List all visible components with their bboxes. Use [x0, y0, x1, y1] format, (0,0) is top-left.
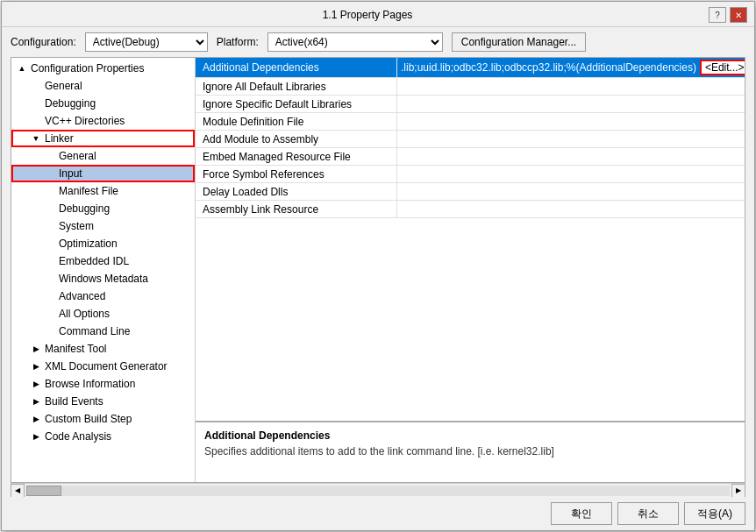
prop-value-force-symbol — [397, 166, 745, 182]
expand-icon-xml-doc: ▶ — [29, 359, 43, 373]
tree-label-command-line: Command Line — [59, 325, 130, 337]
expand-icon-linker-general — [43, 149, 57, 163]
tree-item-debugging[interactable]: Debugging — [11, 95, 195, 112]
title-bar: 1.1 Property Pages ? ✕ — [2, 2, 754, 27]
prop-value-module-def — [397, 113, 745, 130]
tree-item-embedded-idl[interactable]: Embedded IDL — [11, 252, 195, 270]
tree-label-system: System — [59, 220, 94, 232]
prop-value-additional-deps: .lib;uuid.lib;odbc32.lib;odbccp32.lib;%(… — [397, 58, 745, 77]
tree-label-debugging2: Debugging — [59, 202, 110, 215]
tree-item-xml-doc[interactable]: ▶XML Document Generator — [11, 358, 195, 375]
prop-value-ignore-all-default — [397, 78, 745, 95]
expand-icon-build-events: ▶ — [29, 394, 43, 408]
tree-item-config-props[interactable]: ▲Configuration Properties — [11, 60, 195, 77]
expand-icon-config-props: ▲ — [15, 61, 29, 75]
prop-value-assembly-link — [397, 201, 745, 217]
expand-icon-optimization — [43, 237, 57, 251]
prop-value-text-additional-deps: .lib;uuid.lib;odbc32.lib;odbccp32.lib;%(… — [401, 61, 696, 74]
help-button[interactable]: ? — [709, 7, 726, 23]
expand-icon-command-line — [43, 324, 57, 338]
expand-icon-manifest-file — [43, 184, 57, 198]
prop-row-force-symbol[interactable]: Force Symbol References — [196, 166, 745, 183]
tree-item-general[interactable]: General — [11, 77, 195, 95]
cancel-button[interactable]: 취소 — [617, 502, 679, 525]
expand-icon-browse-info: ▶ — [29, 377, 43, 391]
expand-icon-system — [43, 219, 57, 233]
prop-name-add-module: Add Module to Assembly — [196, 131, 397, 147]
tree-label-code-analysis: Code Analysis — [45, 430, 111, 443]
prop-row-additional-deps[interactable]: Additional Dependencies.lib;uuid.lib;odb… — [196, 58, 745, 78]
prop-row-embed-managed[interactable]: Embed Managed Resource File — [196, 148, 745, 166]
tree-item-manifest-tool[interactable]: ▶Manifest Tool — [11, 340, 195, 358]
tree-item-system[interactable]: System — [11, 217, 195, 235]
prop-row-ignore-all-default[interactable]: Ignore All Default Libraries — [196, 78, 745, 96]
tree-label-windows-meta: Windows Metadata — [59, 273, 148, 285]
main-content: ▲Configuration PropertiesGeneralDebuggin… — [11, 57, 745, 483]
config-manager-button[interactable]: Configuration Manager... — [452, 32, 586, 52]
platform-select[interactable]: Active(x64) — [267, 32, 443, 52]
expand-icon-all-options — [43, 307, 57, 321]
tree-item-advanced[interactable]: Advanced — [11, 287, 195, 305]
expand-icon-manifest-tool: ▶ — [29, 342, 43, 356]
tree-label-all-options: All Options — [59, 308, 110, 320]
prop-value-add-module — [397, 131, 745, 147]
tree-label-linker: Linker — [45, 132, 74, 145]
prop-name-embed-managed: Embed Managed Resource File — [196, 148, 397, 165]
expand-icon-debugging2 — [43, 202, 57, 216]
tree-label-vcpp-dirs: VC++ Directories — [45, 115, 125, 127]
tree-item-code-analysis[interactable]: ▶Code Analysis — [11, 428, 195, 445]
description-panel: Additional Dependencies Specifies additi… — [196, 421, 745, 482]
platform-label: Platform: — [217, 36, 259, 48]
scroll-right-btn[interactable]: ▶ — [731, 484, 745, 498]
scroll-thumb[interactable] — [26, 486, 61, 496]
tree-item-manifest-file[interactable]: Manifest File — [11, 182, 195, 200]
description-title: Additional Dependencies — [204, 429, 736, 442]
prop-name-force-symbol: Force Symbol References — [196, 166, 397, 182]
expand-icon-custom-build: ▶ — [29, 412, 43, 426]
scroll-left-btn[interactable]: ◀ — [11, 484, 25, 498]
prop-value-ignore-specific — [397, 96, 745, 112]
tree-label-browse-info: Browse Information — [45, 378, 135, 390]
tree-item-debugging2[interactable]: Debugging — [11, 200, 195, 217]
prop-row-module-def[interactable]: Module Definition File — [196, 113, 745, 131]
tree-item-custom-build[interactable]: ▶Custom Build Step — [11, 410, 195, 428]
prop-row-assembly-link[interactable]: Assembly Link Resource — [196, 201, 745, 218]
prop-row-add-module[interactable]: Add Module to Assembly — [196, 131, 745, 148]
close-button[interactable]: ✕ — [730, 7, 747, 23]
ok-button[interactable]: 확인 — [551, 502, 612, 525]
expand-icon-linker-input — [43, 167, 57, 181]
prop-name-ignore-specific: Ignore Specific Default Libraries — [196, 96, 397, 112]
tree-item-browse-info[interactable]: ▶Browse Information — [11, 375, 195, 393]
tree-item-linker-input[interactable]: Input — [11, 165, 195, 182]
apply-button[interactable]: 적용(A) — [684, 502, 745, 525]
edit-link-additional-deps[interactable]: <Edit...> — [700, 60, 745, 75]
prop-name-module-def: Module Definition File — [196, 113, 397, 130]
dialog-title: 1.1 Property Pages — [26, 9, 709, 21]
right-panel: Additional Dependencies.lib;uuid.lib;odb… — [196, 58, 745, 482]
tree-label-linker-input: Input — [59, 167, 82, 180]
prop-name-assembly-link: Assembly Link Resource — [196, 201, 397, 217]
config-row: Configuration: Active(Debug) Platform: A… — [2, 27, 754, 57]
tree-item-linker-general[interactable]: General — [11, 147, 195, 165]
tree-item-vcpp-dirs[interactable]: VC++ Directories — [11, 112, 195, 130]
tree-label-debugging: Debugging — [45, 97, 96, 110]
tree-label-linker-general: General — [59, 150, 96, 162]
horizontal-scrollbar: ◀ ▶ — [11, 483, 745, 497]
tree-label-manifest-file: Manifest File — [59, 185, 118, 197]
tree-item-linker[interactable]: ▼Linker — [11, 130, 195, 147]
prop-name-ignore-all-default: Ignore All Default Libraries — [196, 78, 397, 95]
prop-value-embed-managed — [397, 148, 745, 165]
tree-item-all-options[interactable]: All Options — [11, 305, 195, 323]
bottom-bar: 확인 취소 적용(A) — [2, 497, 754, 530]
config-select[interactable]: Active(Debug) — [85, 32, 208, 52]
tree-item-windows-meta[interactable]: Windows Metadata — [11, 270, 195, 287]
tree-item-build-events[interactable]: ▶Build Events — [11, 393, 195, 410]
expand-icon-linker: ▼ — [29, 131, 43, 145]
prop-row-ignore-specific[interactable]: Ignore Specific Default Libraries — [196, 96, 745, 113]
tree-label-general: General — [45, 80, 82, 92]
tree-item-optimization[interactable]: Optimization — [11, 235, 195, 252]
description-text: Specifies additional items to add to the… — [204, 445, 736, 458]
expand-icon-advanced — [43, 289, 57, 303]
tree-item-command-line[interactable]: Command Line — [11, 323, 195, 340]
prop-row-delay-loaded[interactable]: Delay Loaded Dlls — [196, 183, 745, 201]
